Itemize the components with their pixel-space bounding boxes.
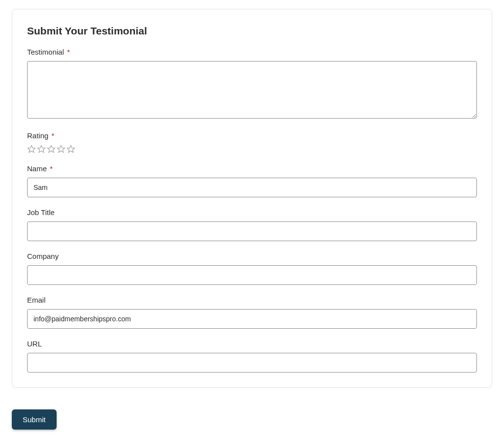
company-input[interactable] <box>27 265 477 285</box>
svg-marker-3 <box>58 146 65 153</box>
required-mark: * <box>67 48 70 56</box>
field-job-title: Job Title <box>27 208 477 241</box>
field-company: Company <box>27 252 477 285</box>
testimonial-label: Testimonial * <box>27 48 477 56</box>
email-input[interactable] <box>27 309 477 329</box>
email-label: Email <box>27 296 477 304</box>
field-name: Name * <box>27 164 477 197</box>
name-label: Name * <box>27 164 477 173</box>
rating-label: Rating * <box>27 131 477 140</box>
star-icon[interactable] <box>66 145 75 154</box>
field-rating: Rating * <box>27 131 477 154</box>
svg-marker-1 <box>38 146 45 153</box>
company-label-text: Company <box>27 252 59 260</box>
star-icon[interactable] <box>57 145 65 154</box>
form-title: Submit Your Testimonial <box>27 25 477 37</box>
field-url: URL <box>27 340 477 373</box>
svg-marker-0 <box>28 146 35 153</box>
star-icon[interactable] <box>47 145 56 154</box>
rating-label-text: Rating <box>27 131 48 140</box>
star-icon[interactable] <box>37 145 46 154</box>
url-label: URL <box>27 340 477 348</box>
url-label-text: URL <box>27 340 42 348</box>
submit-button[interactable]: Submit <box>12 409 57 430</box>
svg-marker-4 <box>67 146 75 153</box>
testimonial-input[interactable] <box>27 61 477 119</box>
email-label-text: Email <box>27 296 46 304</box>
testimonial-label-text: Testimonial <box>27 48 64 56</box>
star-icon[interactable] <box>27 145 36 154</box>
svg-marker-2 <box>48 146 55 153</box>
job-title-input[interactable] <box>27 221 477 241</box>
star-rating <box>27 145 477 154</box>
job-title-label: Job Title <box>27 208 477 217</box>
field-testimonial: Testimonial * <box>27 48 477 121</box>
name-input[interactable] <box>27 178 477 197</box>
job-title-label-text: Job Title <box>27 208 55 217</box>
field-email: Email <box>27 296 477 329</box>
company-label: Company <box>27 252 477 260</box>
testimonial-form-card: Submit Your Testimonial Testimonial * Ra… <box>12 9 492 388</box>
url-input[interactable] <box>27 353 477 373</box>
required-mark: * <box>50 164 53 173</box>
required-mark: * <box>52 131 55 140</box>
name-label-text: Name <box>27 164 47 173</box>
